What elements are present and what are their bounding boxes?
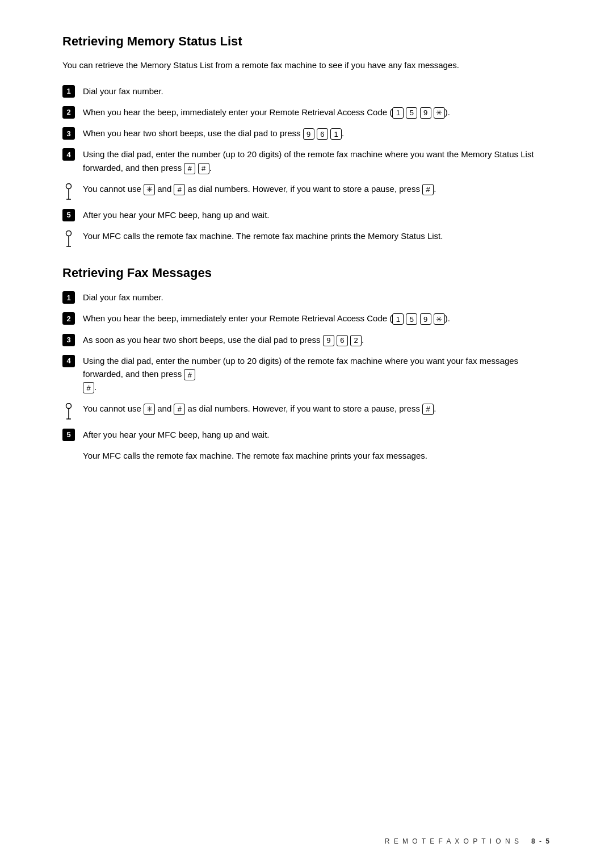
footer-page: 8 - 5 [531,837,551,845]
step-badge-3: 3 [62,127,75,140]
step3-text: When you hear two short beeps, use the d… [83,127,551,140]
section1-intro: You can retrieve the Memory Status List … [62,59,551,72]
s2-note1-text: You cannot use ✳ and # as dial numbers. … [83,402,551,415]
step-badge-4: 4 [62,148,75,161]
step-badge-1: 1 [62,85,75,98]
page-footer: R E M O T E F A X O P T I O N S 8 - 5 [0,837,613,845]
section2-step2: 2 When you hear the beep, immediately en… [62,312,551,325]
section2-step3: 3 As soon as you hear two short beeps, u… [62,333,551,346]
step2-text: When you hear the beep, immediately ente… [83,106,551,119]
s2-key-hash1: # [184,369,195,380]
section1-step1: 1 Dial your fax number. [62,85,551,98]
key-star: ✳ [434,107,445,119]
s2-key-star-note: ✳ [144,404,155,415]
s2-step-badge-4: 4 [62,355,75,367]
key-hash2: # [198,163,209,174]
note1-text: You cannot use ✳ and # as dial numbers. … [83,182,551,195]
s2-key-hash-note: # [174,404,185,415]
s2-key-5: 5 [406,313,417,325]
footer-label: R E M O T E F A X O P T I O N S [385,837,520,845]
step-badge-2: 2 [62,106,75,119]
section1-note2: Your MFC calls the remote fax machine. T… [62,229,551,248]
section2-step5: 5 After you hear your MFC beep, hang up … [62,428,551,441]
s2-step1-text: Dial your fax number. [83,291,551,304]
key-9a: 9 [303,128,314,140]
s2-key-9: 9 [420,313,431,325]
key-9: 9 [420,107,431,119]
section1-step3: 3 When you hear two short beeps, use the… [62,127,551,140]
section2-step1: 1 Dial your fax number. [62,291,551,304]
section2-closing: Your MFC calls the remote fax machine. T… [83,449,551,462]
s2-step-badge-2: 2 [62,312,75,325]
step1-text: Dial your fax number. [83,85,551,98]
s2-step-badge-1: 1 [62,291,75,304]
step-badge-5: 5 [62,209,75,221]
note-icon-2 [62,230,75,248]
svg-point-6 [66,403,72,408]
key-hash-pause: # [422,184,434,195]
key-1: 1 [392,107,404,119]
note-icon-1 [62,183,75,200]
step4-text: Using the dial pad, enter the number (up… [83,148,551,174]
section2-note1: You cannot use ✳ and # as dial numbers. … [62,402,551,420]
s2-step5-text: After you hear your MFC beep, hang up an… [83,428,551,441]
section1-step2: 2 When you hear the beep, immediately en… [62,106,551,119]
s2-step2-text: When you hear the beep, immediately ente… [83,312,551,325]
section2-title: Retrieving Fax Messages [62,266,551,280]
s2-step-badge-5: 5 [62,429,75,441]
key-5: 5 [406,107,417,119]
key-hash1: # [184,163,195,174]
s2-key-hash-pause: # [422,404,434,415]
s2-note-icon-1 [62,403,75,420]
svg-point-0 [66,183,72,188]
note2-text: Your MFC calls the remote fax machine. T… [83,229,551,242]
s2-step4-text: Using the dial pad, enter the number (up… [83,354,551,394]
svg-point-3 [66,231,72,236]
key-1a: 1 [330,128,342,140]
key-star-note: ✳ [144,184,155,195]
s2-key-2a: 2 [350,335,362,346]
step5-text: After you hear your MFC beep, hang up an… [83,208,551,221]
s2-key-star: ✳ [434,313,445,325]
s2-key-9a: 9 [323,335,334,346]
section1-note1: You cannot use ✳ and # as dial numbers. … [62,182,551,200]
s2-step-badge-3: 3 [62,334,75,346]
s2-step3-text: As soon as you hear two short beeps, use… [83,333,551,346]
s2-key-6a: 6 [337,335,348,346]
key-hash-note: # [174,184,185,195]
key-6a: 6 [317,128,328,140]
section1-title: Retrieving Memory Status List [62,34,551,49]
section2-step4: 4 Using the dial pad, enter the number (… [62,354,551,394]
section1-step4: 4 Using the dial pad, enter the number (… [62,148,551,174]
s2-key-1: 1 [392,313,404,325]
section1-step5: 5 After you hear your MFC beep, hang up … [62,208,551,221]
s2-key-hash2: # [83,382,94,393]
